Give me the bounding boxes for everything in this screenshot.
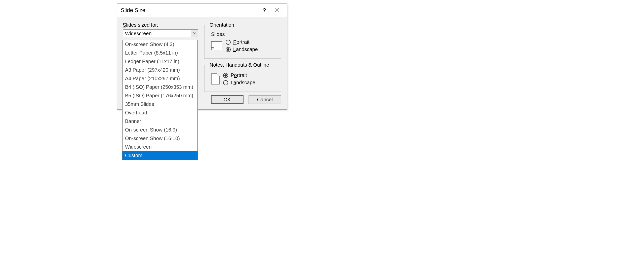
dropdown-option[interactable]: Overhead xyxy=(123,108,197,117)
radio-label: Portrait xyxy=(231,72,247,78)
dropdown-option[interactable]: Banner xyxy=(123,117,197,125)
svg-marker-4 xyxy=(211,74,219,84)
chevron-down-icon xyxy=(193,32,196,34)
notes-landscape-radio[interactable]: Landscape xyxy=(223,80,255,85)
notes-fieldset: Notes, Handouts & Outline Portrait xyxy=(204,62,281,92)
dropdown-option[interactable]: A3 Paper (297x420 mm) xyxy=(123,66,197,74)
radio-icon xyxy=(223,73,228,78)
slides-sized-for-dropdown[interactable]: On-screen Show (4:3)Letter Paper (8.5x11… xyxy=(122,40,198,160)
portrait-page-icon xyxy=(211,73,220,84)
close-icon xyxy=(274,8,279,13)
dropdown-option[interactable]: 35mm Slides xyxy=(123,100,197,108)
radio-label: Landscape xyxy=(233,47,258,52)
orientation-legend: Orientation xyxy=(208,22,236,28)
combobox-dropdown-button[interactable] xyxy=(191,30,198,37)
ok-button[interactable]: OK xyxy=(211,95,244,104)
slides-sized-for-combobox[interactable]: Widescreen xyxy=(123,29,198,37)
dropdown-option[interactable]: Letter Paper (8.5x11 in) xyxy=(123,49,197,57)
slides-portrait-radio[interactable]: Portrait xyxy=(226,39,258,45)
dialog-title: Slide Size xyxy=(121,7,258,14)
combobox-value: Widescreen xyxy=(123,30,191,37)
dropdown-option[interactable]: B5 (ISO) Paper (176x250 mm) xyxy=(123,91,197,100)
slides-sized-for-label: Slides sized for: xyxy=(123,22,198,28)
dropdown-option[interactable]: On-screen Show (4:3) xyxy=(123,40,197,49)
orientation-fieldset: Orientation Slides Portrait xyxy=(204,22,281,59)
dropdown-option[interactable]: Custom xyxy=(123,151,197,160)
dropdown-option[interactable]: B4 (ISO) Paper (250x353 mm) xyxy=(123,83,197,91)
titlebar: Slide Size ? xyxy=(117,4,287,17)
notes-legend: Notes, Handouts & Outline xyxy=(208,62,271,68)
cancel-button[interactable]: Cancel xyxy=(249,95,281,104)
notes-portrait-radio[interactable]: Portrait xyxy=(223,72,255,78)
slide-size-dialog: Slide Size ? Slides sized for: Widescree… xyxy=(117,3,287,110)
slides-sublabel: Slides xyxy=(211,31,277,37)
slides-landscape-radio[interactable]: Landscape xyxy=(226,47,258,52)
dropdown-option[interactable]: On-screen Show (16:10) xyxy=(123,134,197,143)
radio-label: Landscape xyxy=(231,80,255,85)
radio-icon xyxy=(223,80,228,85)
radio-icon xyxy=(226,47,231,52)
dropdown-option[interactable]: On-screen Show (16:9) xyxy=(123,125,197,134)
dropdown-option[interactable]: Ledger Paper (11x17 in) xyxy=(123,57,197,66)
help-button[interactable]: ? xyxy=(258,7,271,14)
radio-icon xyxy=(226,40,231,45)
dropdown-option[interactable]: A4 Paper (210x297 mm) xyxy=(123,74,197,83)
landscape-page-icon xyxy=(211,41,222,50)
radio-label: Portrait xyxy=(233,39,249,45)
close-button[interactable] xyxy=(271,8,283,13)
dropdown-option[interactable]: Widescreen xyxy=(123,143,197,151)
